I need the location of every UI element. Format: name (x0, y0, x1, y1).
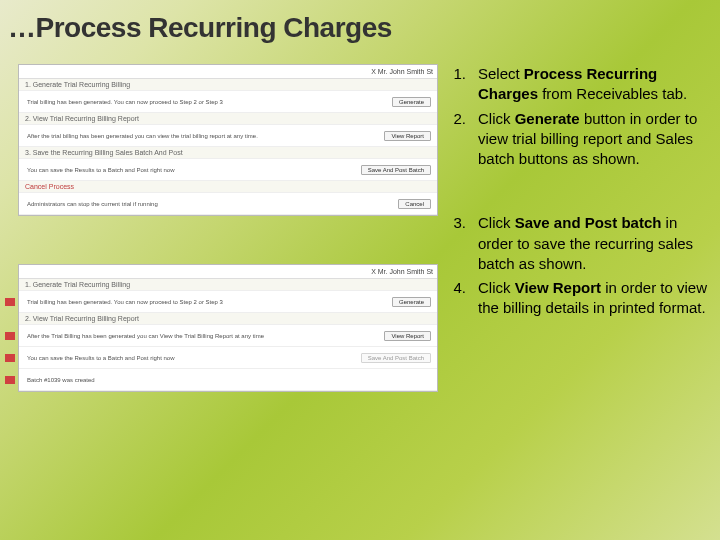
shot1-row2-body: After the trial billing has been generat… (19, 125, 437, 147)
step-number: 3. (446, 213, 478, 274)
shot2-row3-text: You can save the Results to a Batch and … (27, 355, 175, 361)
shot2-row3-body: You can save the Results to a Batch and … (19, 347, 437, 369)
shot2-row4-body: Batch #1039 was created (19, 369, 437, 391)
shot1-row4-text: Administrators can stop the current tria… (27, 201, 158, 207)
view-report-button[interactable]: View Report (384, 131, 431, 141)
shot2-row1-head: 1. Generate Trial Recurring Billing (19, 279, 437, 291)
page-title: …Process Recurring Charges (0, 0, 720, 44)
callout-marker-icon (5, 376, 15, 384)
steps-block-b: 3.Click Save and Post batch in order to … (446, 213, 708, 318)
shot2-row2-head: 2. View Trial Recurring Billing Report (19, 313, 437, 325)
screenshot-1: X Mr. John Smith St 1. Generate Trial Re… (18, 64, 438, 216)
shot1-row3-text: You can save the Results to a Batch and … (27, 167, 175, 173)
callout-marker-icon (5, 332, 15, 340)
shot2-row2-text: After the Trial Billing has been generat… (27, 333, 264, 339)
content-area: X Mr. John Smith St 1. Generate Trial Re… (0, 44, 720, 440)
shot2-row2-body: After the Trial Billing has been generat… (19, 325, 437, 347)
instruction-step: 4.Click View Report in order to view the… (446, 278, 708, 319)
shot1-row2-text: After the trial billing has been generat… (27, 133, 258, 139)
callout-marker-icon (5, 298, 15, 306)
instruction-step: 2.Click Generate button in order to view… (446, 109, 708, 170)
save-post-batch-button-2[interactable]: Save And Post Batch (361, 353, 431, 363)
shot2-row1-text: Trial billing has been generated. You ca… (27, 299, 223, 305)
generate-button-2[interactable]: Generate (392, 297, 431, 307)
save-post-batch-button[interactable]: Save And Post Batch (361, 165, 431, 175)
shot2-user: X Mr. John Smith St (371, 268, 433, 275)
shot2-row4-text: Batch #1039 was created (27, 377, 95, 383)
shot2-row1-body: Trial billing has been generated. You ca… (19, 291, 437, 313)
step-text: Select Process Recurring Charges from Re… (478, 64, 708, 105)
instruction-step: 1.Select Process Recurring Charges from … (446, 64, 708, 105)
step-text: Click Generate button in order to view t… (478, 109, 708, 170)
generate-button[interactable]: Generate (392, 97, 431, 107)
shot1-user: X Mr. John Smith St (371, 68, 433, 75)
shot1-row4-body: Administrators can stop the current tria… (19, 193, 437, 215)
shot1-row3-head: 3. Save the Recurring Billing Sales Batc… (19, 147, 437, 159)
callout-marker-icon (5, 354, 15, 362)
shot1-row1-text: Trial billing has been generated. You ca… (27, 99, 223, 105)
step-number: 1. (446, 64, 478, 105)
instruction-step: 3.Click Save and Post batch in order to … (446, 213, 708, 274)
shot1-row1-body: Trial billing has been generated. You ca… (19, 91, 437, 113)
instructions-column: 1.Select Process Recurring Charges from … (446, 64, 708, 440)
shot1-row3-body: You can save the Results to a Batch and … (19, 159, 437, 181)
screenshot-2: X Mr. John Smith St 1. Generate Trial Re… (18, 264, 438, 392)
step-text: Click View Report in order to view the b… (478, 278, 708, 319)
step-number: 4. (446, 278, 478, 319)
shot2-titlebar: X Mr. John Smith St (19, 265, 437, 279)
shot1-titlebar: X Mr. John Smith St (19, 65, 437, 79)
steps-block-a: 1.Select Process Recurring Charges from … (446, 64, 708, 169)
shot1-row2-head: 2. View Trial Recurring Billing Report (19, 113, 437, 125)
step-text: Click Save and Post batch in order to sa… (478, 213, 708, 274)
shot1-row1-head: 1. Generate Trial Recurring Billing (19, 79, 437, 91)
cancel-button[interactable]: Cancel (398, 199, 431, 209)
step-number: 2. (446, 109, 478, 170)
view-report-button-2[interactable]: View Report (384, 331, 431, 341)
screenshots-column: X Mr. John Smith St 1. Generate Trial Re… (18, 64, 438, 440)
shot1-row4-head: Cancel Process (19, 181, 437, 193)
